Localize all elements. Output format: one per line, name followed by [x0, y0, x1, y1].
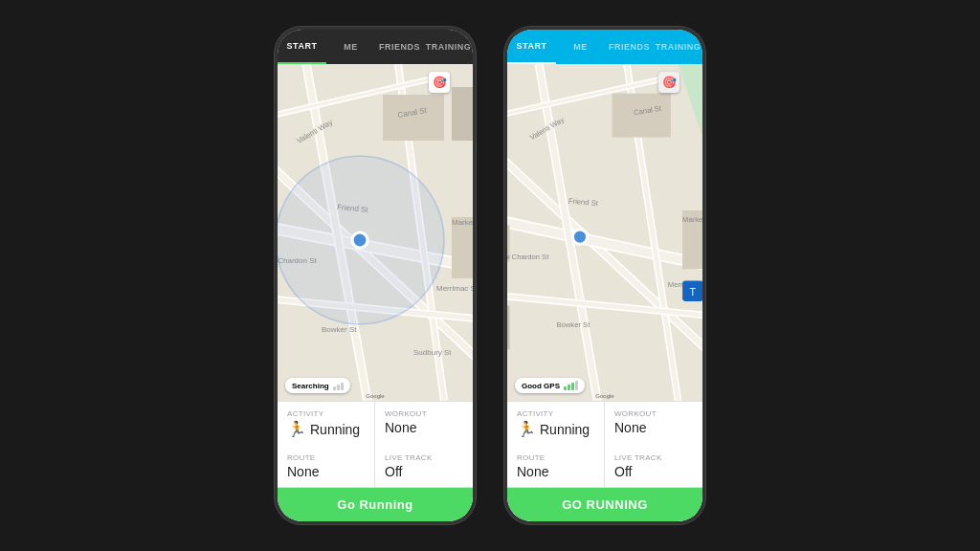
- signal-bar-1: [564, 386, 567, 390]
- tab-bar-dark: START ME FRIENDS TRAINING: [278, 30, 473, 64]
- activity-value-light: 🏃 Running: [517, 420, 594, 438]
- svg-rect-13: [383, 95, 444, 141]
- tab-friends-light[interactable]: FRIENDS: [605, 30, 654, 64]
- info-grid-light: Activity 🏃 Running Workout None Route No…: [507, 402, 702, 488]
- go-running-button-dark[interactable]: Go Running: [278, 488, 473, 521]
- activity-cell-light[interactable]: Activity 🏃 Running: [507, 402, 605, 446]
- signal-bars-dark: [333, 381, 344, 390]
- tab-friends-dark[interactable]: FRIENDS: [375, 30, 424, 64]
- tab-start-dark[interactable]: START: [278, 30, 326, 64]
- livetrack-cell-light[interactable]: Live Track Off: [605, 446, 702, 487]
- google-watermark-light: Google: [595, 393, 613, 399]
- svg-text:Bowker St: Bowker St: [322, 325, 357, 334]
- svg-text:Sudbury St: Sudbury St: [413, 348, 452, 357]
- phone-light: START ME FRIENDS TRAINING: [504, 27, 705, 524]
- signal-bar-3: [571, 383, 574, 390]
- svg-text:Market St: Market St: [452, 218, 473, 227]
- livetrack-cell-dark[interactable]: Live Track Off: [375, 446, 473, 487]
- route-cell-light[interactable]: Route None: [507, 446, 605, 487]
- signal-bar-2: [568, 385, 570, 390]
- info-panel-dark: Activity 🏃 Running Workout None Route No…: [278, 401, 473, 521]
- tab-bar-light: START ME FRIENDS TRAINING: [507, 30, 702, 64]
- go-running-button-light[interactable]: GO RUNNING: [507, 488, 702, 521]
- svg-text:New Chardon St: New Chardon St: [507, 253, 549, 261]
- svg-text:Market St: Market St: [682, 215, 702, 224]
- phones-container: START ME FRIENDS TRAINING: [275, 27, 705, 524]
- tab-me-light[interactable]: ME: [556, 30, 605, 64]
- svg-point-55: [572, 230, 587, 244]
- phone-dark: START ME FRIENDS TRAINING: [275, 27, 476, 524]
- info-panel-light: Activity 🏃 Running Workout None Route No…: [507, 401, 702, 521]
- svg-rect-47: [507, 306, 510, 350]
- svg-rect-14: [452, 87, 473, 141]
- activity-cell-dark[interactable]: Activity 🏃 Running: [278, 402, 375, 446]
- info-grid-dark: Activity 🏃 Running Workout None Route No…: [278, 402, 473, 488]
- running-icon-light: 🏃: [517, 420, 536, 438]
- map-dark: Valenti Way Canal St Friend St Market St…: [278, 64, 473, 401]
- compass-button-light[interactable]: 🎯: [658, 72, 679, 93]
- tab-training-dark[interactable]: TRAINING: [424, 30, 473, 64]
- map-light: Valenti Way Canal St Friend St Market St…: [507, 64, 702, 401]
- workout-cell-dark[interactable]: Workout None: [375, 402, 473, 446]
- svg-text:T: T: [690, 286, 697, 298]
- gps-status-light: Good GPS: [515, 378, 585, 393]
- gps-status-dark: Searching: [285, 378, 350, 393]
- google-watermark-dark: Google: [366, 393, 384, 399]
- tab-start-light[interactable]: START: [507, 30, 556, 64]
- signal-bar-4: [575, 381, 578, 390]
- svg-text:Bowker St: Bowker St: [556, 320, 590, 329]
- compass-button-dark[interactable]: 🎯: [429, 72, 450, 93]
- running-icon-dark: 🏃: [287, 420, 306, 438]
- tab-training-light[interactable]: TRAINING: [654, 30, 702, 64]
- svg-point-27: [352, 232, 368, 248]
- route-cell-dark[interactable]: Route None: [278, 446, 375, 487]
- svg-text:Merrimac St: Merrimac St: [436, 284, 473, 293]
- workout-cell-light[interactable]: Workout None: [605, 402, 702, 446]
- activity-value-dark: 🏃 Running: [287, 420, 365, 438]
- tab-me-dark[interactable]: ME: [326, 30, 375, 64]
- signal-bars-light: [564, 381, 578, 390]
